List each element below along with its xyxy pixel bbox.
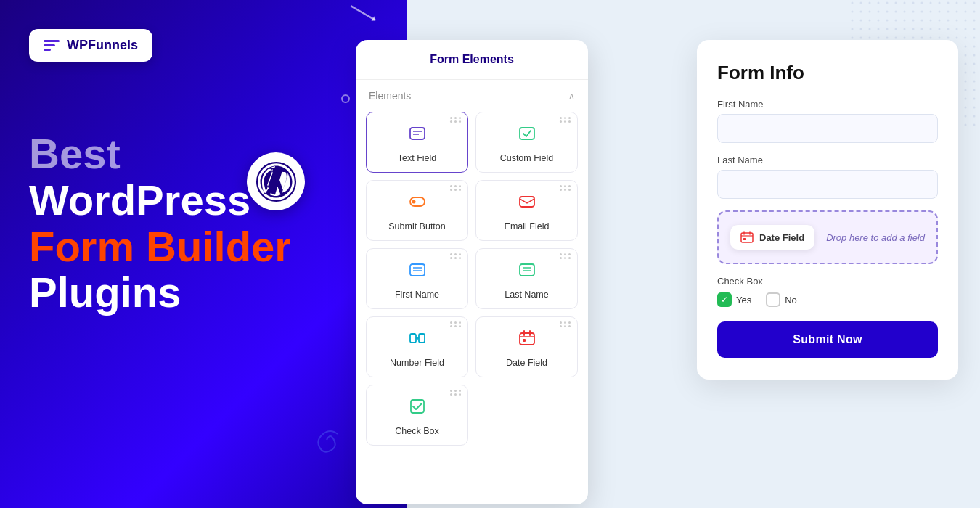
svg-rect-8	[520, 128, 534, 139]
pencil-decoration	[347, 1, 379, 27]
logo-box[interactable]: WPFunnels	[29, 29, 152, 62]
left-panel: WPFunnels Best WordPress Form Builder Pl…	[0, 0, 407, 508]
number-field-label: Number Field	[390, 358, 444, 368]
drag-dots	[560, 253, 571, 259]
last-name-field-label: Last Name	[717, 155, 938, 165]
svg-marker-1	[371, 16, 377, 22]
first-name-label: First Name	[395, 290, 439, 300]
number-field-icon	[408, 329, 427, 352]
form-info-title: Form Info	[717, 62, 938, 84]
element-check-box[interactable]: Check Box	[366, 385, 468, 446]
svg-line-0	[351, 6, 375, 20]
first-name-icon	[408, 261, 427, 284]
custom-field-label: Custom Field	[500, 153, 554, 163]
svg-rect-5	[410, 128, 425, 139]
svg-rect-11	[520, 197, 534, 207]
logo-text: WPFunnels	[67, 38, 138, 53]
circle-decoration-2	[341, 94, 350, 103]
hero-text: Best WordPress Form Builder Plugins	[29, 131, 319, 316]
svg-point-10	[412, 200, 415, 204]
element-text-field[interactable]: Text Field	[366, 112, 468, 173]
element-number-field[interactable]: Number Field	[366, 316, 468, 377]
email-field-label: Email Field	[505, 221, 550, 232]
drag-dots	[560, 117, 571, 123]
text-field-label: Text Field	[398, 153, 437, 163]
last-name-icon	[518, 261, 536, 284]
checkbox-no-label: No	[785, 295, 797, 306]
date-field-badge: Date Field	[730, 225, 814, 250]
element-first-name[interactable]: First Name	[366, 248, 468, 309]
hero-line2: WordPress	[29, 177, 319, 224]
drag-dots	[450, 390, 462, 396]
drag-dots	[450, 117, 462, 123]
logo-icon	[44, 40, 60, 51]
panel-section-header[interactable]: Elements ∧	[356, 80, 588, 112]
drag-dots	[560, 321, 571, 327]
elements-grid: Text Field Custom Field	[356, 112, 588, 456]
swirl-decoration	[305, 418, 348, 464]
email-field-icon	[518, 192, 536, 216]
hero-line1: Best	[29, 131, 319, 177]
checkbox-yes[interactable]: ✓ Yes	[717, 292, 751, 307]
first-name-input[interactable]	[717, 114, 938, 143]
drag-dots	[450, 185, 462, 191]
date-field-badge-text: Date Field	[759, 232, 804, 243]
panel-title: Form Elements	[356, 40, 588, 80]
svg-rect-19	[419, 334, 425, 343]
submit-button-label: Submit Button	[388, 221, 446, 232]
elements-label: Elements	[369, 90, 411, 102]
svg-rect-26	[741, 233, 753, 242]
checkbox-section-label: Check Box	[717, 276, 938, 287]
element-last-name[interactable]: Last Name	[475, 248, 578, 309]
hero-line3: Form Builder	[29, 224, 319, 270]
checkbox-row: ✓ Yes No	[717, 292, 938, 307]
hero-line4: Plugins	[29, 269, 319, 316]
text-field-icon	[408, 124, 427, 147]
svg-rect-24	[523, 339, 526, 342]
svg-rect-18	[410, 334, 416, 343]
form-elements-panel: Form Elements Elements ∧ Text Field	[356, 40, 588, 504]
check-box-label: Check Box	[395, 426, 438, 436]
drag-dots	[450, 253, 462, 259]
drag-dots	[450, 321, 462, 327]
element-submit-button[interactable]: Submit Button	[366, 180, 468, 241]
last-name-label: Last Name	[505, 290, 548, 300]
date-field-icon	[518, 329, 536, 352]
svg-rect-15	[520, 264, 534, 276]
first-name-field-label: First Name	[717, 99, 938, 110]
checkbox-yes-label: Yes	[736, 295, 751, 306]
date-field-label: Date Field	[506, 358, 547, 368]
check-box-icon	[408, 397, 427, 420]
drag-dots	[560, 185, 571, 191]
svg-rect-20	[520, 333, 534, 345]
svg-rect-30	[743, 238, 746, 240]
element-custom-field[interactable]: Custom Field	[475, 112, 578, 173]
checkbox-no-unchecked	[766, 292, 780, 307]
form-info-panel: Form Info First Name Last Name Date Fiel…	[697, 40, 958, 380]
custom-field-icon	[518, 124, 536, 147]
element-date-field[interactable]: Date Field	[475, 316, 578, 377]
chevron-up-icon: ∧	[568, 91, 575, 101]
submit-button-icon	[408, 192, 427, 216]
checkbox-no[interactable]: No	[766, 292, 797, 307]
drop-hint-text: Drop here to add a field	[826, 232, 925, 243]
date-field-dropzone[interactable]: Date Field Drop here to add a field	[717, 210, 938, 264]
last-name-input[interactable]	[717, 170, 938, 199]
checkbox-yes-checked: ✓	[717, 292, 732, 307]
element-email-field[interactable]: Email Field	[475, 180, 578, 241]
svg-rect-12	[410, 264, 425, 276]
submit-now-button[interactable]: Submit Now	[717, 321, 938, 358]
